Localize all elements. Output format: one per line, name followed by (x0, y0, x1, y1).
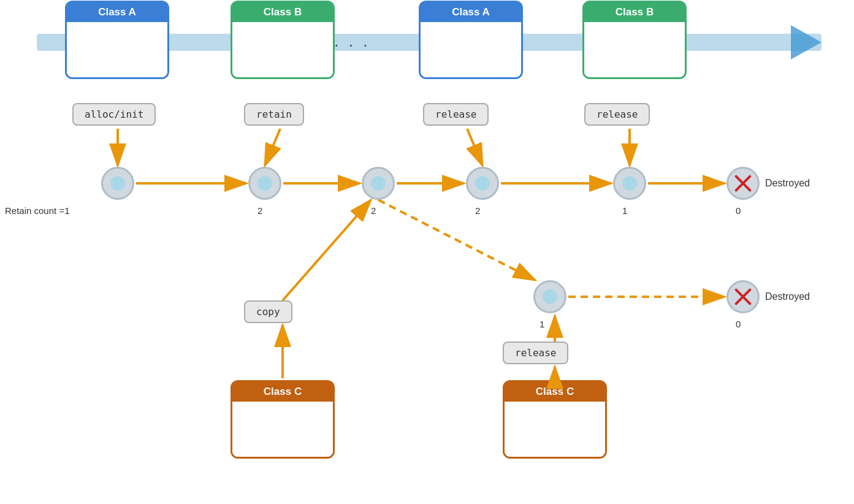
destroyed-label-2: Destroyed (765, 291, 810, 302)
count-label-4: 2 (475, 205, 480, 216)
op-release-3: release (503, 342, 568, 364)
class-b1-header: Class B (232, 2, 333, 22)
count-label-d2: 0 (736, 319, 741, 329)
class-c1-body (232, 402, 333, 457)
class-c2-header: Class C (505, 382, 605, 402)
class-box-c1: Class C (231, 380, 335, 459)
circle-inner-5 (620, 174, 639, 193)
arrow-copy-to-n3 (283, 200, 371, 300)
circle-inner-1 (108, 174, 128, 193)
class-c1-header: Class C (232, 382, 333, 402)
class-box-b1: Class B (231, 1, 335, 79)
count-label-3: 2 (371, 205, 376, 216)
count-label-d1: 0 (736, 205, 741, 216)
circle-inner-2 (255, 174, 275, 193)
x-mark-1 (732, 172, 754, 194)
circle-inner-4 (473, 174, 492, 193)
arrow-release1-to-n4 (467, 129, 482, 166)
count-label-2: 2 (257, 205, 262, 216)
timeline-dots: · · · (334, 35, 370, 55)
x-mark-2 (732, 286, 754, 308)
circle-node-5 (613, 167, 646, 200)
class-b1-body (232, 22, 333, 77)
class-c2-body (505, 402, 605, 457)
circle-node-2 (248, 167, 281, 200)
class-a1-header: Class A (67, 2, 167, 22)
op-release-2: release (584, 103, 650, 126)
class-box-a1: Class A (65, 1, 169, 79)
class-box-a2: Class A (419, 1, 523, 79)
circle-inner-3 (368, 174, 388, 193)
destroyed-label-1: Destroyed (765, 178, 810, 189)
circle-node-4 (466, 167, 499, 200)
count-label-1: Retain count =1 (5, 205, 70, 216)
class-box-c2: Class C (503, 380, 607, 459)
count-label-6: 1 (539, 319, 544, 329)
count-label-5: 1 (622, 205, 627, 216)
circle-destroyed-1 (726, 167, 760, 200)
op-alloc-init: alloc/init (72, 103, 156, 126)
arrow-n3-to-n6-dash (378, 200, 535, 280)
op-release-1: release (423, 103, 489, 126)
class-a1-body (67, 22, 167, 77)
circle-node-1 (101, 167, 134, 200)
circle-destroyed-2 (726, 280, 760, 313)
diagram: · · · Class A Class B Class A Class B Cl… (0, 0, 854, 504)
op-copy: copy (244, 300, 292, 323)
class-box-b2: Class B (582, 1, 687, 79)
timeline-arrowhead (791, 25, 822, 59)
class-b2-header: Class B (584, 2, 685, 22)
class-a2-header: Class A (421, 2, 521, 22)
arrow-retain-to-n2 (265, 129, 280, 166)
class-a2-body (421, 22, 521, 77)
circle-node-6 (533, 280, 566, 313)
circle-inner-6 (540, 287, 560, 307)
class-b2-body (584, 22, 685, 77)
op-retain: retain (244, 103, 304, 126)
circle-node-3 (362, 167, 395, 200)
